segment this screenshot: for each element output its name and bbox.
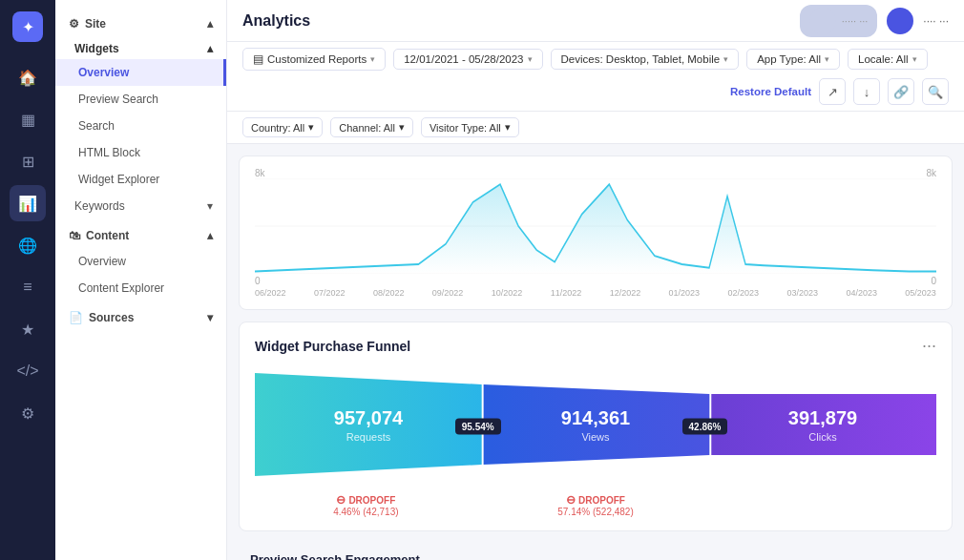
- nav-star[interactable]: ★: [10, 311, 46, 347]
- chart-x-labels: 06/2022 07/2022 08/2022 09/2022 10/2022 …: [255, 288, 936, 298]
- funnel-segment-1: 957,074 Requests: [255, 367, 482, 482]
- topbar-right: ····· ··· ···· ···: [800, 5, 949, 37]
- link-button[interactable]: 🔗: [888, 78, 914, 105]
- sidebar-item-widget-explorer[interactable]: Widget Explorer: [55, 166, 226, 193]
- nav-puzzle[interactable]: ⊞: [10, 143, 46, 179]
- visitor-type-filter[interactable]: Visitor Type: All ▾: [421, 117, 519, 137]
- download-button[interactable]: ↓: [853, 78, 880, 105]
- main-area: Analytics ····· ··· ···· ··· ▤ Customize…: [227, 0, 964, 560]
- funnel-requests-label: Requests: [346, 431, 390, 443]
- app-logo[interactable]: ✦: [12, 11, 43, 42]
- widgets-chevron-up-icon: ▴: [207, 42, 213, 55]
- dropoff-2-value: 57.14% (522,482): [485, 507, 707, 517]
- dropoff-item-1: ⊖ DROPOFF 4.46% (42,713): [255, 493, 477, 517]
- date-chevron-icon: ▾: [528, 54, 533, 64]
- sidebar-section-sources[interactable]: 📄 Sources ▾: [55, 301, 226, 330]
- locale-btn[interactable]: Locale: All ▾: [848, 49, 927, 70]
- date-range-btn[interactable]: 12/01/2021 - 05/28/2023 ▾: [393, 49, 542, 70]
- dropoff-1-icon: ⊖: [336, 493, 346, 507]
- country-chevron-icon: ▾: [308, 121, 314, 134]
- bottom-section-preview: Preview Search Engagement: [227, 543, 964, 560]
- icon-bar: ✦ 🏠 ▦ ⊞ 📊 🌐 ≡ ★ </> ⚙: [0, 0, 55, 560]
- sidebar-subsection-widgets[interactable]: Widgets ▴: [55, 36, 226, 59]
- nav-home[interactable]: 🏠: [10, 59, 46, 95]
- dropoff-spacer: [714, 493, 936, 517]
- funnel-menu-button[interactable]: ···: [922, 336, 936, 356]
- sidebar-item-content-explorer[interactable]: Content Explorer: [55, 275, 226, 301]
- toolbar: ▤ Customized Reports ▾ 12/01/2021 - 05/2…: [227, 42, 964, 112]
- nav-layers[interactable]: ≡: [10, 269, 46, 305]
- sidebar-section-content[interactable]: 🛍 Content ▴: [55, 219, 226, 248]
- sidebar-item-search[interactable]: Search: [55, 113, 226, 139]
- topbar: Analytics ····· ··· ···· ···: [227, 0, 964, 42]
- content-area: 8k 8k: [227, 144, 964, 560]
- dropoff-row: ⊖ DROPOFF 4.46% (42,713) ⊖ DROPOFF 57.14…: [255, 493, 936, 517]
- user-name: ···· ···: [923, 14, 949, 28]
- widgets-label: Widgets: [74, 42, 119, 55]
- sources-chevron-down-icon: ▾: [207, 311, 213, 324]
- nav-gear[interactable]: ⚙: [10, 395, 46, 431]
- sources-icon: 📄: [69, 311, 83, 324]
- report-icon: ▤: [253, 52, 263, 66]
- dropoff-2-label: ⊖ DROPOFF: [485, 493, 707, 507]
- site-chevron-up-icon: ▴: [207, 17, 213, 31]
- funnel-visual-wrapper: 957,074 Requests 914,361 Views 391,879 C…: [255, 367, 936, 486]
- visitor-chevron-icon: ▾: [505, 121, 511, 134]
- sidebar-section-site[interactable]: ⚙ Site ▴: [55, 8, 226, 36]
- funnel-badge-1: 95.54%: [455, 419, 501, 435]
- content-label: Content: [86, 229, 129, 242]
- site-icon: ⚙: [69, 17, 79, 31]
- chart-y-right-bottom: 0: [931, 276, 936, 286]
- content-icon: 🛍: [69, 229, 80, 242]
- funnel-clicks-label: Clicks: [808, 431, 836, 443]
- funnel-clicks-number: 391,879: [788, 407, 857, 429]
- site-label: Site: [85, 17, 106, 31]
- search-button[interactable]: 🔍: [922, 78, 949, 105]
- dropoff-item-2: ⊖ DROPOFF 57.14% (522,482): [485, 493, 707, 517]
- funnel-views-number: 914,361: [561, 407, 630, 429]
- nav-code[interactable]: </>: [10, 353, 46, 389]
- funnel-section: Widget Purchase Funnel ···: [239, 321, 953, 531]
- page-title: Analytics: [242, 12, 310, 30]
- avatar-1: [809, 8, 836, 34]
- devices-chevron-icon: ▾: [723, 54, 728, 64]
- sidebar-item-preview-search[interactable]: Preview Search: [55, 86, 226, 113]
- sidebar-item-html-block[interactable]: HTML Block: [55, 139, 226, 166]
- country-filter[interactable]: Country: All ▾: [242, 117, 323, 137]
- report-dropdown[interactable]: ▤ Customized Reports ▾: [242, 48, 386, 71]
- sidebar-item-overview[interactable]: Overview: [55, 59, 226, 86]
- filter-bar: Country: All ▾ Channel: All ▾ Visitor Ty…: [227, 112, 964, 144]
- chart-section: 8k 8k: [239, 156, 953, 310]
- funnel-badge-2: 42.86%: [682, 419, 728, 435]
- sidebar-item-content-overview[interactable]: Overview: [55, 248, 226, 275]
- avatar-2: [887, 8, 913, 34]
- share-button[interactable]: ↗: [819, 78, 846, 105]
- sidebar-item-keywords[interactable]: Keywords ▾: [55, 193, 226, 219]
- funnel-views-label: Views: [581, 431, 609, 443]
- funnel-segment-2: 914,361 Views: [482, 367, 709, 482]
- restore-default-button[interactable]: Restore Default: [730, 86, 811, 97]
- dropoff-2-icon: ⊖: [566, 493, 576, 507]
- nav-analytics[interactable]: 📊: [10, 185, 46, 221]
- topbar-left: Analytics: [242, 12, 310, 30]
- content-chevron-up-icon: ▴: [207, 229, 213, 242]
- sources-label: Sources: [89, 311, 134, 324]
- funnel-title: Widget Purchase Funnel: [255, 339, 410, 354]
- funnel-overlay: 957,074 Requests 914,361 Views 391,879 C…: [255, 367, 936, 482]
- devices-btn[interactable]: Devices: Desktop, Tablet, Mobile ▾: [551, 49, 740, 70]
- funnel-segment-3: 391,879 Clicks: [709, 367, 936, 482]
- nav-grid[interactable]: ▦: [10, 101, 46, 137]
- app-type-chevron-icon: ▾: [825, 54, 829, 64]
- app-type-btn[interactable]: App Type: All ▾: [746, 49, 840, 70]
- nav-globe[interactable]: 🌐: [10, 227, 46, 263]
- line-chart: [255, 178, 936, 274]
- svg-marker-3: [255, 184, 936, 274]
- channel-filter[interactable]: Channel: All ▾: [330, 117, 413, 137]
- locale-chevron-icon: ▾: [912, 54, 917, 64]
- keywords-chevron-down-icon: ▾: [207, 199, 213, 213]
- funnel-requests-number: 957,074: [334, 407, 403, 429]
- funnel-header: Widget Purchase Funnel ···: [255, 336, 936, 356]
- chart-y-left-bottom: 0: [255, 276, 261, 286]
- preview-search-label: Preview Search Engagement: [250, 552, 420, 560]
- sidebar: ⚙ Site ▴ Widgets ▴ Overview Preview Sear…: [55, 0, 227, 560]
